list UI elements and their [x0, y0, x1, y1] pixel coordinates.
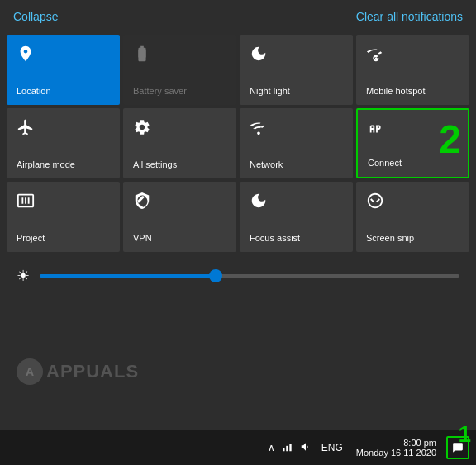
- tile-vpn-label: VPN: [133, 233, 152, 244]
- vpn-icon: [133, 192, 151, 212]
- brightness-icon: ☀: [17, 267, 30, 285]
- tile-network-label: Network: [250, 159, 283, 170]
- connect-icon: [368, 120, 386, 140]
- action-center: Collapse Clear all notifications Locatio…: [0, 0, 476, 430]
- svg-rect-2: [286, 445, 288, 450]
- focus-assist-icon: [250, 192, 268, 212]
- network-icon: [250, 118, 268, 139]
- tile-focus-assist-label: Focus assist: [250, 233, 300, 244]
- collapse-button[interactable]: Collapse: [13, 10, 58, 23]
- appuals-logo: A: [17, 358, 43, 385]
- tile-battery-saver-label: Battery saver: [133, 86, 187, 97]
- appuals-logo-letter: A: [26, 365, 34, 378]
- tile-project[interactable]: Project: [7, 182, 120, 252]
- appuals-watermark: A APPUALS: [17, 358, 139, 385]
- tile-screen-snip-label: Screen snip: [366, 233, 414, 244]
- appuals-text: APPUALS: [46, 361, 139, 382]
- tile-connect[interactable]: Connect 2: [356, 108, 469, 178]
- airplane-mode-icon: [17, 118, 35, 139]
- action-center-header: Collapse Clear all notifications: [0, 0, 476, 31]
- tile-network[interactable]: Network: [240, 108, 353, 178]
- brightness-control: ☀: [0, 255, 476, 297]
- tile-mobile-hotspot-label: Mobile hotspot: [366, 86, 426, 97]
- mobile-hotspot-icon: [366, 45, 384, 65]
- project-icon: [17, 192, 35, 212]
- tile-night-light-label: Night light: [250, 86, 290, 97]
- taskbar: ∧ ENG 8:00 pm Monday 16 11 2020 1: [0, 430, 476, 465]
- tile-night-light[interactable]: Night light: [240, 35, 353, 105]
- brightness-slider-track[interactable]: [40, 274, 459, 278]
- battery-saver-icon: [133, 45, 151, 65]
- tile-airplane-mode-label: Airplane mode: [17, 159, 75, 170]
- location-icon: [17, 45, 35, 65]
- tile-focus-assist[interactable]: Focus assist: [240, 182, 353, 252]
- tile-location[interactable]: Location: [7, 35, 120, 105]
- clock-date: Monday 16 11 2020: [356, 448, 436, 458]
- step-1-badge: 1: [458, 421, 471, 448]
- svg-rect-1: [283, 448, 284, 451]
- brightness-slider-fill: [40, 274, 216, 278]
- night-light-icon: [250, 45, 268, 65]
- screen-snip-icon: [366, 192, 384, 212]
- network-tray-icon[interactable]: [282, 441, 293, 455]
- quick-actions-grid: Location Battery saver Night light: [0, 31, 476, 255]
- brightness-slider-thumb[interactable]: [209, 269, 222, 282]
- language-indicator[interactable]: ENG: [321, 442, 343, 453]
- tile-location-label: Location: [17, 86, 51, 97]
- tile-airplane-mode[interactable]: Airplane mode: [7, 108, 120, 178]
- tile-all-settings-label: All settings: [133, 159, 177, 170]
- tile-connect-label: Connect: [368, 158, 402, 168]
- step-2-badge: 2: [439, 120, 461, 159]
- taskbar-system-icons: ∧ ENG: [268, 441, 346, 455]
- svg-rect-3: [289, 444, 291, 451]
- volume-tray-icon[interactable]: [300, 441, 312, 455]
- tile-mobile-hotspot[interactable]: Mobile hotspot: [356, 35, 469, 105]
- tile-project-label: Project: [17, 233, 45, 244]
- chevron-icon[interactable]: ∧: [268, 442, 275, 453]
- all-settings-icon: [133, 118, 151, 139]
- svg-point-0: [375, 58, 377, 59]
- clear-notifications-button[interactable]: Clear all notifications: [356, 10, 463, 23]
- tile-screen-snip[interactable]: Screen snip: [356, 182, 469, 252]
- tile-vpn[interactable]: VPN: [123, 182, 236, 252]
- tile-battery-saver[interactable]: Battery saver: [123, 35, 236, 105]
- tile-all-settings[interactable]: All settings: [123, 108, 236, 178]
- clock-time: 8:00 pm: [403, 438, 436, 448]
- taskbar-clock[interactable]: 8:00 pm Monday 16 11 2020: [356, 438, 436, 458]
